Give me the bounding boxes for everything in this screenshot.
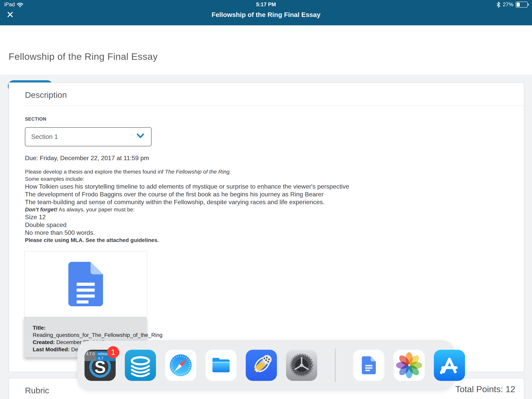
dock-divider — [335, 348, 336, 382]
dock: S S 4.7.0 release 4.7 1 — [77, 341, 454, 390]
page-header: Fellowship of the Ring Final Essay Assig… — [0, 25, 532, 75]
app-icon-google-docs[interactable] — [353, 350, 384, 381]
attachment-title-label: Title: — [33, 324, 146, 331]
body-line: The development of Frodo Baggins over th… — [25, 190, 502, 198]
body-line: Please develop a thesis and explore the … — [25, 168, 502, 175]
notability-pencil-icon — [246, 350, 277, 381]
attachment-title-value: Reading_questions_for_The_Fellowship_of_… — [33, 331, 146, 339]
page-title: Fellowship of the Ring Final Essay — [9, 51, 158, 62]
app-icon-files[interactable] — [205, 350, 237, 381]
chevron-down-icon — [137, 134, 144, 139]
google-docs-file-icon — [66, 262, 105, 306]
app-icon-app-store[interactable] — [434, 350, 465, 381]
body-line: Size 12 — [25, 213, 502, 221]
safari-compass-icon — [165, 350, 196, 381]
app-icon-notability[interactable] — [246, 350, 277, 381]
due-date: Due: Friday, December 22, 2017 at 11:59 … — [25, 154, 149, 162]
files-folder-icon — [205, 350, 237, 381]
screen: iPad 5:17 PM 27% ✕ Fellowship of the Rin… — [0, 0, 532, 399]
top-bar: iPad 5:17 PM 27% ✕ Fellowship of the Rin… — [0, 0, 532, 25]
bluetooth-icon — [497, 2, 500, 8]
battery-percent: 27% — [503, 1, 513, 8]
attachment-thumbnail — [24, 251, 147, 317]
google-docs-icon — [353, 350, 384, 381]
body-line: Don't forget! As always, your paper must… — [25, 206, 502, 213]
nav-title: Fellowship of the Ring Final Essay — [0, 11, 532, 19]
app-icon-safari[interactable] — [165, 350, 196, 381]
body-line: Double spaced — [25, 221, 502, 229]
body-line: How Tolkien uses his storytelling timeli… — [25, 183, 502, 190]
section-dropdown[interactable]: Section 1 — [25, 127, 152, 146]
description-card: Description SECTION Section 1 Due: Frida… — [9, 82, 524, 372]
app-icon-schoology[interactable]: S S 4.7.0 release 4.7 1 — [84, 350, 116, 381]
description-heading: Description — [25, 90, 67, 100]
app-icon-photos[interactable] — [393, 350, 425, 381]
total-points: Total Points: 12 — [455, 384, 515, 394]
app-icon-stacked-rings[interactable] — [125, 350, 156, 381]
assignment-body: Please develop a thesis and explore the … — [25, 168, 502, 244]
stacked-rings-icon — [125, 350, 156, 381]
section-dropdown-value: Section 1 — [31, 133, 58, 141]
status-right: 27% — [497, 1, 528, 8]
body-line: Please cite using MLA. See the attached … — [25, 237, 502, 244]
app-icon-settings[interactable] — [286, 350, 317, 381]
app-store-icon — [434, 350, 465, 381]
photos-flower-icon — [393, 350, 425, 381]
settings-gear-icon — [286, 350, 317, 381]
body-line: No more than 500 words. — [25, 229, 502, 237]
rubric-heading: Rubric — [25, 386, 49, 395]
notification-badge: 1 — [107, 346, 119, 358]
divider — [25, 106, 524, 106]
version-chip: 4.7.0 — [84, 351, 96, 361]
section-label: SECTION — [25, 116, 46, 122]
status-time: 5:17 PM — [0, 1, 532, 8]
body-line: The team-building and sense of community… — [25, 198, 502, 206]
battery-icon — [516, 1, 528, 8]
body-line: Some examples include: — [25, 175, 502, 183]
